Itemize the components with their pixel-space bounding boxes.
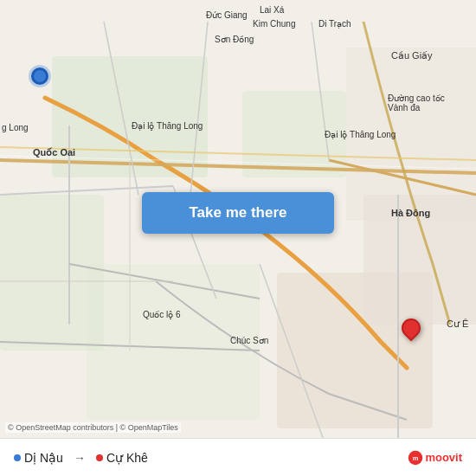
map-roads: [0, 0, 476, 476]
origin-marker: [31, 68, 48, 85]
moovit-text: moovit: [425, 451, 462, 464]
route-info: Dị Nậu → Cự Khê: [14, 451, 148, 465]
svg-rect-6: [363, 195, 476, 325]
origin-label: Dị Nậu: [24, 451, 63, 465]
destination-label: Cự Khê: [106, 451, 148, 465]
destination-item: Cự Khê: [96, 451, 148, 465]
take-me-there-button[interactable]: Take me there: [142, 192, 334, 234]
destination-marker: [402, 318, 422, 346]
route-arrow: →: [74, 451, 86, 465]
moovit-icon: m: [408, 450, 423, 466]
svg-rect-3: [87, 264, 260, 420]
map-container: Đức Giang Lai Xá Kim Chung Di Trạch Sơn …: [0, 0, 476, 476]
origin-item: Dị Nậu: [14, 451, 63, 465]
svg-text:m: m: [413, 454, 419, 462]
destination-dot: [96, 454, 103, 461]
map-attribution: © OpenStreetMap contributors | © OpenMap…: [5, 422, 181, 433]
bottom-bar: Dị Nậu → Cự Khê m moovit: [0, 438, 476, 476]
origin-dot: [14, 454, 21, 461]
moovit-logo: m moovit: [408, 450, 462, 466]
